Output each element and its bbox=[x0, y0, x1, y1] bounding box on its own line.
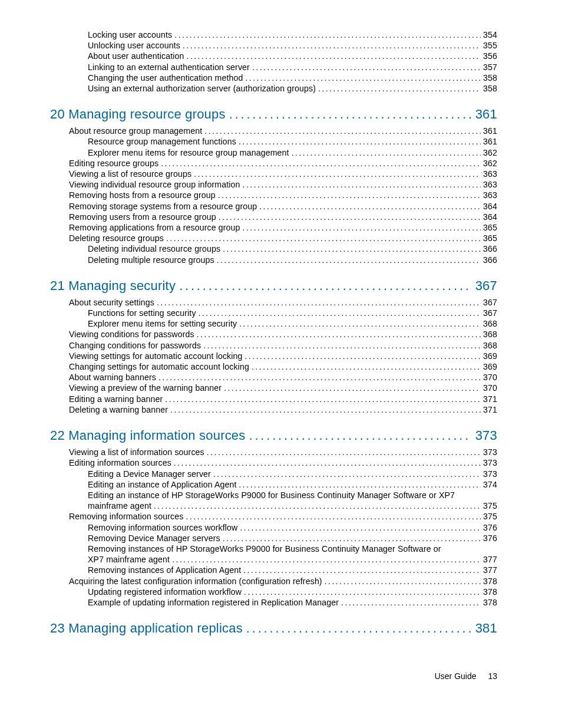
toc-entry[interactable]: Explorer menu items for resource group m… bbox=[50, 147, 497, 158]
toc-entry[interactable]: Example of updating information register… bbox=[50, 597, 497, 608]
toc-entry[interactable]: Deleting individual resource groups366 bbox=[50, 243, 497, 254]
toc-entry[interactable]: Deleting multiple resource groups366 bbox=[50, 255, 497, 265]
toc-entry[interactable]: Removing users from a resource group364 bbox=[50, 212, 497, 222]
toc-entry[interactable]: Removing hosts from a resource group363 bbox=[50, 190, 497, 200]
toc-chapter[interactable]: 23 Managing application replicas381 bbox=[50, 621, 497, 636]
toc-entry-title: Removing applications from a resource gr… bbox=[69, 222, 243, 233]
toc-entry[interactable]: Removing Device Manager servers376 bbox=[50, 533, 497, 543]
toc-leader bbox=[223, 243, 481, 254]
toc-leader bbox=[172, 554, 481, 565]
toc-entry-page: 369 bbox=[481, 361, 497, 372]
toc-entry[interactable]: Editing resource groups362 bbox=[50, 158, 497, 169]
toc-leader bbox=[161, 158, 481, 169]
toc-entry-wrap[interactable]: Removing instances of HP StorageWorks P9… bbox=[50, 543, 497, 554]
toc-leader bbox=[194, 169, 481, 179]
toc-entry[interactable]: Removing storage systems from a resource… bbox=[50, 201, 497, 212]
toc-entry-page: 361 bbox=[481, 136, 497, 147]
toc-leader bbox=[239, 136, 481, 147]
toc-entry-page: 368 bbox=[481, 329, 497, 340]
toc-entry-page: 365 bbox=[481, 222, 497, 233]
toc-entry[interactable]: About security settings367 bbox=[50, 297, 497, 308]
toc-entry[interactable]: Viewing individual resource group inform… bbox=[50, 179, 497, 190]
toc-entry[interactable]: Editing a Device Manager server373 bbox=[50, 469, 497, 479]
toc-entry[interactable]: Locking user accounts354 bbox=[50, 29, 497, 40]
toc-entry-title: Removing instances of Application Agent bbox=[88, 565, 243, 575]
toc-entry-page: 375 bbox=[481, 500, 497, 511]
toc-entry-page: 361 bbox=[481, 126, 497, 136]
toc-entry[interactable]: About user authentication356 bbox=[50, 51, 497, 61]
toc-entry[interactable]: mainframe agent375 bbox=[50, 500, 497, 511]
toc-entry[interactable]: Editing information sources373 bbox=[50, 457, 497, 468]
toc-entry-page: 373 bbox=[481, 457, 497, 468]
toc-chapter-page: 381 bbox=[472, 621, 497, 636]
toc-leader bbox=[243, 565, 481, 575]
toc-entry-title: Editing an instance of Application Agent bbox=[88, 479, 239, 490]
toc-entry-title: Acquiring the latest configuration infor… bbox=[69, 576, 325, 587]
toc-entry[interactable]: Explorer menu items for setting security… bbox=[50, 318, 497, 329]
toc-entry[interactable]: XP7 mainframe agent377 bbox=[50, 554, 497, 565]
toc-leader bbox=[243, 222, 481, 233]
toc-entry-page: 363 bbox=[481, 179, 497, 190]
toc-leader bbox=[292, 147, 481, 158]
toc-chapter-page: 373 bbox=[472, 428, 497, 443]
toc-entry-title: Viewing a preview of the warning banner bbox=[69, 383, 224, 393]
toc-entry[interactable]: Updating registered information workflow… bbox=[50, 587, 497, 597]
toc-entry-page: 364 bbox=[481, 212, 497, 222]
toc-entry[interactable]: Resource group management functions361 bbox=[50, 136, 497, 147]
toc-entry[interactable]: Functions for setting security367 bbox=[50, 308, 497, 318]
toc-entry[interactable]: Using an external authorization server (… bbox=[50, 83, 497, 94]
toc-entry-page: 367 bbox=[481, 297, 497, 308]
toc-entry[interactable]: Removing information sources375 bbox=[50, 511, 497, 522]
toc-entry[interactable]: Viewing settings for automatic account l… bbox=[50, 351, 497, 361]
toc-leader bbox=[199, 308, 481, 318]
toc-entry[interactable]: Deleting a warning banner371 bbox=[50, 404, 497, 415]
toc-entry-page: 373 bbox=[481, 469, 497, 479]
toc-content: Locking user accounts354Unlocking user a… bbox=[50, 29, 497, 636]
toc-entry[interactable]: Viewing a list of resource groups363 bbox=[50, 169, 497, 179]
toc-chapter[interactable]: 21 Managing security367 bbox=[50, 278, 497, 294]
toc-entry-page: 376 bbox=[481, 533, 497, 543]
toc-entry-title: Deleting individual resource groups bbox=[88, 243, 223, 254]
toc-entry[interactable]: Linking to an external authentication se… bbox=[50, 62, 497, 73]
toc-entry-title: Removing storage systems from a resource… bbox=[69, 201, 259, 212]
toc-leader bbox=[239, 318, 481, 329]
toc-entry[interactable]: Viewing a list of information sources373 bbox=[50, 447, 497, 457]
toc-entry-title: Editing information sources bbox=[69, 457, 174, 468]
toc-entry-title: Removing information sources workflow bbox=[88, 522, 240, 533]
toc-entry[interactable]: Unlocking user accounts355 bbox=[50, 40, 497, 51]
toc-chapter[interactable]: 22 Managing information sources373 bbox=[50, 428, 497, 443]
toc-entry[interactable]: Editing an instance of Application Agent… bbox=[50, 479, 497, 490]
toc-entry[interactable]: Removing information sources workflow376 bbox=[50, 522, 497, 533]
toc-entry[interactable]: Editing a warning banner371 bbox=[50, 394, 497, 404]
toc-entry[interactable]: Changing settings for automatic account … bbox=[50, 361, 497, 372]
toc-entry-title: Viewing conditions for passwords bbox=[69, 329, 197, 340]
toc-entry-page: 371 bbox=[481, 394, 497, 404]
toc-entry[interactable]: Changing conditions for passwords368 bbox=[50, 340, 497, 351]
toc-leader bbox=[223, 533, 481, 543]
toc-entry[interactable]: Changing the user authentication method3… bbox=[50, 73, 497, 83]
toc-entry[interactable]: Deleting resource groups365 bbox=[50, 233, 497, 243]
toc-entry[interactable]: Acquiring the latest configuration infor… bbox=[50, 576, 497, 587]
toc-entry[interactable]: Removing instances of Application Agent3… bbox=[50, 565, 497, 575]
toc-entry[interactable]: Viewing a preview of the warning banner3… bbox=[50, 383, 497, 393]
toc-leader bbox=[252, 62, 481, 73]
toc-chapter[interactable]: 20 Managing resource groups361 bbox=[50, 107, 497, 122]
toc-entry-title: Removing information sources bbox=[69, 511, 186, 522]
toc-entry-title: Using an external authorization server (… bbox=[88, 83, 318, 94]
toc-entry-title: Changing the user authentication method bbox=[88, 73, 245, 83]
toc-leader bbox=[246, 621, 472, 636]
toc-leader bbox=[170, 404, 481, 415]
toc-entry-page: 368 bbox=[481, 318, 497, 329]
footer-page-number: 13 bbox=[488, 671, 497, 681]
toc-entry[interactable]: Removing applications from a resource gr… bbox=[50, 222, 497, 233]
toc-entry[interactable]: About resource group management361 bbox=[50, 126, 497, 136]
toc-entry-title: Functions for setting security bbox=[88, 308, 199, 318]
toc-leader bbox=[217, 255, 481, 265]
toc-entry-title: About user authentication bbox=[88, 51, 186, 61]
toc-entry-wrap[interactable]: Editing an instance of HP StorageWorks P… bbox=[50, 490, 497, 500]
toc-entry[interactable]: Viewing conditions for passwords368 bbox=[50, 329, 497, 340]
toc-entry-page: 374 bbox=[481, 479, 497, 490]
toc-entry-page: 377 bbox=[481, 554, 497, 565]
toc-entry[interactable]: About warning banners370 bbox=[50, 372, 497, 383]
toc-leader bbox=[240, 522, 481, 533]
